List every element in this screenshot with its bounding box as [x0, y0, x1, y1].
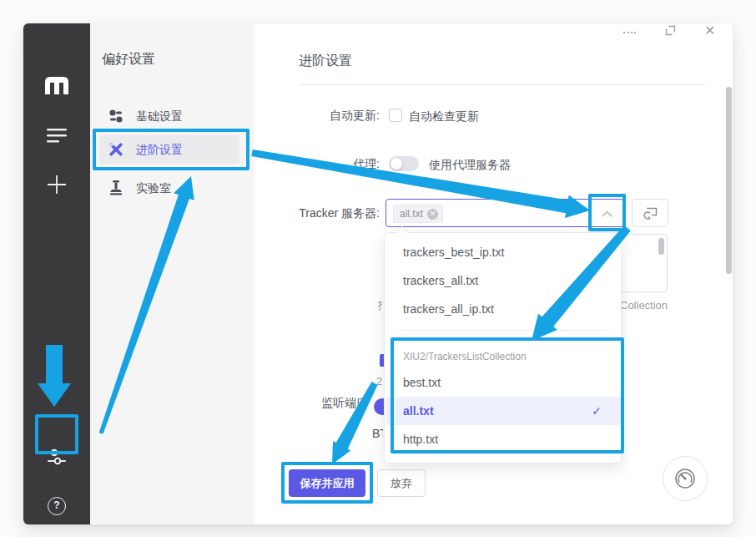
proxy-toggle[interactable] [389, 156, 419, 171]
dropdown-group-label: XIU2/TrackersListCollection [403, 350, 527, 363]
close-icon[interactable]: ✕ [704, 23, 715, 38]
auto-check-update-checkbox-label[interactable]: 自动检查更新 [409, 109, 479, 124]
advanced-settings-icon [108, 142, 123, 157]
tracker-tag: all.txt ✕ [393, 205, 443, 223]
add-task-icon[interactable] [23, 175, 90, 195]
sidebar-item-advanced-settings-label[interactable]: 进阶设置 [136, 143, 183, 158]
title-divider [299, 84, 705, 85]
minimize-icon[interactable] [623, 32, 636, 33]
hint-fragment-collection: Collection [620, 299, 668, 312]
tracker-tag-label: all.txt [400, 208, 423, 220]
sync-icon [642, 206, 658, 220]
nav-rail: ? [23, 23, 90, 524]
discard-button[interactable]: 放弃 [377, 469, 426, 497]
bt-fragment: BT [372, 427, 383, 440]
task-list-icon[interactable] [23, 129, 90, 143]
sidebar-title: 偏好设置 [102, 51, 155, 68]
proxy-label: 代理: [292, 157, 380, 172]
dropdown-item[interactable]: http.txt [386, 425, 622, 453]
tag-remove-icon[interactable]: ✕ [427, 209, 438, 220]
save-apply-button[interactable]: 保存并应用 [289, 469, 365, 497]
dropdown-item[interactable]: trackers_all.txt [386, 266, 622, 295]
textarea-scrollbar[interactable] [658, 238, 664, 255]
auto-check-update-checkbox[interactable] [389, 109, 402, 122]
speed-limit-button[interactable] [663, 456, 708, 501]
sidebar-item-lab[interactable]: 实验室 [136, 181, 171, 196]
dropdown-item[interactable]: best.txt [386, 368, 622, 397]
window-scrollbar[interactable] [726, 87, 732, 274]
preferences-icon[interactable] [23, 446, 90, 468]
hint-fragment-number: 2 [376, 375, 382, 388]
dropdown-item[interactable]: trackers_best_ip.txt [386, 238, 622, 266]
motrix-logo [23, 76, 90, 94]
auto-update-label: 自动更新: [292, 109, 380, 124]
dropdown-item-selected[interactable]: all.txt ✓ [386, 397, 622, 425]
dropdown-separator [401, 330, 606, 331]
maximize-icon[interactable] [665, 25, 676, 36]
settings-sidebar [90, 23, 255, 524]
tracker-server-label: Tracker 服务器: [280, 206, 380, 221]
page-title: 进阶设置 [299, 53, 352, 70]
basic-settings-icon [108, 109, 123, 124]
tracker-server-select[interactable]: all.txt ✕ [386, 199, 624, 227]
speedometer-icon [673, 467, 697, 490]
sync-tracker-button[interactable] [632, 199, 668, 227]
tracker-dropdown: trackers_best_ip.txt trackers_all.txt tr… [384, 232, 622, 464]
listen-port-label: 监听端口 [321, 396, 368, 411]
sidebar-item-basic-settings[interactable]: 基础设置 [136, 109, 183, 124]
check-icon: ✓ [592, 397, 602, 425]
help-icon[interactable]: ? [23, 497, 90, 515]
proxy-toggle-label: 使用代理服务器 [429, 158, 511, 173]
lab-icon [109, 180, 123, 195]
toggle-knob [391, 158, 402, 170]
dropdown-item[interactable]: trackers_all_ip.txt [386, 295, 622, 323]
